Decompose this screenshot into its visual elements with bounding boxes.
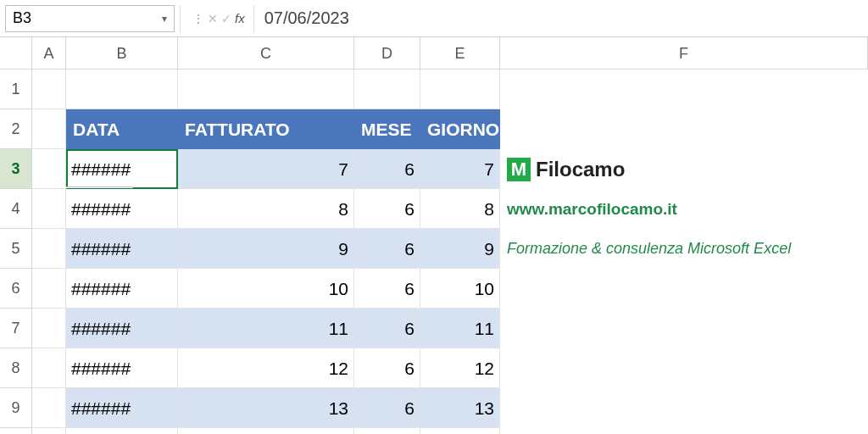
cell-e7[interactable]: 11 xyxy=(420,309,500,348)
cell-e4[interactable]: 8 xyxy=(420,189,500,229)
table-header-giorno[interactable]: GIORNO xyxy=(420,109,500,149)
cell-e1[interactable] xyxy=(420,70,500,109)
name-box[interactable]: B3 ▾ xyxy=(5,5,175,32)
row-header[interactable]: 4 xyxy=(0,189,32,229)
col-header-b[interactable]: B xyxy=(66,37,178,70)
row-header[interactable]: 5 xyxy=(0,229,32,269)
fx-icon[interactable]: fx xyxy=(235,11,245,25)
cell-a2[interactable] xyxy=(32,109,66,149)
cell-d1[interactable] xyxy=(354,70,420,109)
cell-tooltip: 07/06/2023 xyxy=(66,186,133,189)
cell-c4[interactable]: 8 xyxy=(178,189,354,229)
row-header[interactable]: 3 xyxy=(0,149,32,189)
cell-c3[interactable]: 7 xyxy=(178,149,354,189)
table-header-mese[interactable]: MESE xyxy=(354,109,420,149)
brand-url-cell[interactable]: www.marcofilocamo.it xyxy=(500,189,868,229)
brand-tag-cell[interactable]: Formazione & consulenza Microsoft Excel xyxy=(500,229,868,269)
row-header[interactable]: 10 xyxy=(0,428,32,434)
cell-a9[interactable] xyxy=(32,388,66,428)
row-header[interactable]: 7 xyxy=(0,309,32,348)
cell-a4[interactable] xyxy=(32,189,66,229)
formula-buttons: ⋮ ✕ ✓ fx xyxy=(180,5,254,32)
select-all-corner[interactable] xyxy=(0,37,32,70)
cell-d9[interactable]: 6 xyxy=(354,388,420,428)
cell-a6[interactable] xyxy=(32,269,66,309)
cell-b1[interactable] xyxy=(66,70,178,109)
col-header-f[interactable]: F xyxy=(500,37,868,70)
cell-c10[interactable]: 14 xyxy=(178,428,354,434)
col-header-d[interactable]: D xyxy=(354,37,420,70)
row-header[interactable]: 8 xyxy=(0,348,32,388)
cell-c6[interactable]: 10 xyxy=(178,269,354,309)
table-header-data[interactable]: DATA xyxy=(66,109,178,149)
cell-c5[interactable]: 9 xyxy=(178,229,354,269)
row-header[interactable]: 1 xyxy=(0,70,32,109)
more-icon[interactable]: ⋮ xyxy=(192,12,204,25)
cell-b3[interactable]: ###### 07/06/2023 xyxy=(66,149,178,189)
brand-name: Filocamo xyxy=(536,149,625,189)
spreadsheet-grid: A B C D E F 1 2 DATA FATTURATO MESE GIOR… xyxy=(0,37,868,434)
brand-m-icon: M xyxy=(507,158,531,181)
cell-b6[interactable]: ###### xyxy=(66,269,178,309)
row-header[interactable]: 2 xyxy=(0,109,32,149)
cell-d4[interactable]: 6 xyxy=(354,189,420,229)
cell-d8[interactable]: 6 xyxy=(354,348,420,388)
cell-d7[interactable]: 6 xyxy=(354,309,420,348)
cell-c9[interactable]: 13 xyxy=(178,388,354,428)
cell-c7[interactable]: 11 xyxy=(178,309,354,348)
cell-b4[interactable]: ###### xyxy=(66,189,178,229)
cell-f2[interactable] xyxy=(500,109,868,149)
cell-a1[interactable] xyxy=(32,70,66,109)
brand-logo-cell[interactable]: M Filocamo xyxy=(500,149,868,189)
cancel-icon[interactable]: ✕ xyxy=(208,12,218,25)
cell-f9[interactable] xyxy=(500,388,868,428)
cell-a3[interactable] xyxy=(32,149,66,189)
cell-c1[interactable] xyxy=(178,70,354,109)
cell-e8[interactable]: 12 xyxy=(420,348,500,388)
formula-value: 07/06/2023 xyxy=(264,8,349,27)
cell-f8[interactable] xyxy=(500,348,868,388)
cell-f1[interactable] xyxy=(500,70,868,109)
col-header-a[interactable]: A xyxy=(32,37,66,70)
cell-c8[interactable]: 12 xyxy=(178,348,354,388)
cell-e5[interactable]: 9 xyxy=(420,229,500,269)
chevron-down-icon[interactable]: ▾ xyxy=(162,13,167,25)
cell-d5[interactable]: 6 xyxy=(354,229,420,269)
cell-b7[interactable]: ###### xyxy=(66,309,178,348)
cell-a7[interactable] xyxy=(32,309,66,348)
table-header-fatturato[interactable]: FATTURATO xyxy=(178,109,354,149)
cell-f7[interactable] xyxy=(500,309,868,348)
brand-tagline: Formazione & consulenza Microsoft Excel xyxy=(507,229,791,269)
cell-d10[interactable]: 6 xyxy=(354,428,420,434)
col-header-c[interactable]: C xyxy=(178,37,354,70)
cell-e10[interactable]: 14 xyxy=(420,428,500,434)
formula-bar: B3 ▾ ⋮ ✕ ✓ fx 07/06/2023 xyxy=(0,0,868,37)
name-box-value: B3 xyxy=(13,9,31,27)
cell-f6[interactable] xyxy=(500,269,868,309)
row-header[interactable]: 9 xyxy=(0,388,32,428)
cell-value: ###### xyxy=(71,159,131,179)
cell-b8[interactable]: ###### xyxy=(66,348,178,388)
cell-a10[interactable] xyxy=(32,428,66,434)
cell-a8[interactable] xyxy=(32,348,66,388)
cell-d6[interactable]: 6 xyxy=(354,269,420,309)
cell-d3[interactable]: 6 xyxy=(354,149,420,189)
cell-e6[interactable]: 10 xyxy=(420,269,500,309)
row-header[interactable]: 6 xyxy=(0,269,32,309)
cell-e9[interactable]: 13 xyxy=(420,388,500,428)
cell-b5[interactable]: ###### xyxy=(66,229,178,269)
cell-b10[interactable]: ###### xyxy=(66,428,178,434)
enter-icon[interactable]: ✓ xyxy=(221,12,231,25)
formula-input[interactable]: 07/06/2023 xyxy=(254,8,868,28)
cell-b9[interactable]: ###### xyxy=(66,388,178,428)
cell-a5[interactable] xyxy=(32,229,66,269)
cell-f10[interactable] xyxy=(500,428,868,434)
cell-e3[interactable]: 7 xyxy=(420,149,500,189)
col-header-e[interactable]: E xyxy=(420,37,500,70)
brand-url: www.marcofilocamo.it xyxy=(507,189,677,229)
